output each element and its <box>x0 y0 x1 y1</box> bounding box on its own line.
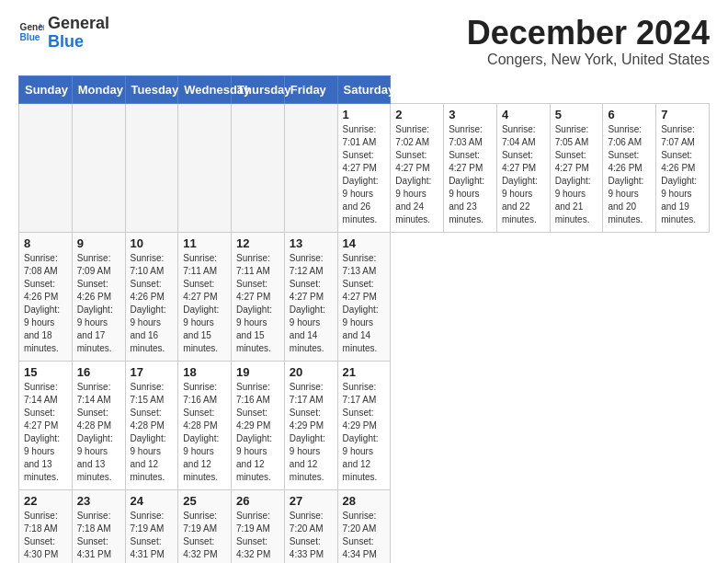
day-info: Sunrise: 7:07 AMSunset: 4:26 PMDaylight:… <box>661 124 697 224</box>
day-info: Sunrise: 7:11 AMSunset: 4:27 PMDaylight:… <box>183 253 219 353</box>
day-info: Sunrise: 7:17 AMSunset: 4:29 PMDaylight:… <box>343 382 379 482</box>
calendar-cell: 2 Sunrise: 7:02 AMSunset: 4:27 PMDayligh… <box>391 103 444 232</box>
day-header-tuesday: Tuesday <box>125 75 178 103</box>
calendar-cell: 10 Sunrise: 7:10 AMSunset: 4:26 PMDaylig… <box>125 232 178 361</box>
day-header-monday: Monday <box>72 75 125 103</box>
day-info: Sunrise: 7:01 AMSunset: 4:27 PMDaylight:… <box>343 124 379 224</box>
calendar-cell: 19 Sunrise: 7:16 AMSunset: 4:29 PMDaylig… <box>232 361 285 489</box>
day-info: Sunrise: 7:14 AMSunset: 4:28 PMDaylight:… <box>77 382 113 482</box>
calendar-week-4: 22 Sunrise: 7:18 AMSunset: 4:30 PMDaylig… <box>19 489 710 563</box>
day-info: Sunrise: 7:05 AMSunset: 4:27 PMDaylight:… <box>555 124 591 224</box>
day-number: 20 <box>290 365 333 379</box>
logo-text: General Blue <box>48 15 109 52</box>
day-header-sunday: Sunday <box>19 75 73 103</box>
day-header-friday: Friday <box>284 75 337 103</box>
calendar-cell <box>284 103 337 232</box>
calendar-cell: 12 Sunrise: 7:11 AMSunset: 4:27 PMDaylig… <box>232 232 285 361</box>
day-number: 12 <box>236 236 279 250</box>
day-header-thursday: Thursday <box>232 75 285 103</box>
calendar-cell: 24 Sunrise: 7:19 AMSunset: 4:31 PMDaylig… <box>125 489 178 563</box>
day-number: 14 <box>343 236 386 250</box>
day-info: Sunrise: 7:17 AMSunset: 4:29 PMDaylight:… <box>290 382 325 482</box>
calendar-cell: 15 Sunrise: 7:14 AMSunset: 4:27 PMDaylig… <box>19 361 73 489</box>
day-number: 6 <box>608 108 651 121</box>
day-number: 24 <box>131 494 174 508</box>
calendar-cell: 16 Sunrise: 7:14 AMSunset: 4:28 PMDaylig… <box>72 361 125 489</box>
day-number: 27 <box>290 494 333 508</box>
day-number: 15 <box>24 365 67 379</box>
day-info: Sunrise: 7:19 AMSunset: 4:31 PMDaylight:… <box>131 511 166 563</box>
day-number: 3 <box>449 108 492 121</box>
calendar-cell: 20 Sunrise: 7:17 AMSunset: 4:29 PMDaylig… <box>284 361 337 489</box>
day-info: Sunrise: 7:06 AMSunset: 4:26 PMDaylight:… <box>608 124 643 224</box>
day-header-wednesday: Wednesday <box>178 75 232 103</box>
day-number: 11 <box>183 236 226 250</box>
calendar-cell: 17 Sunrise: 7:15 AMSunset: 4:28 PMDaylig… <box>125 361 178 489</box>
day-number: 1 <box>343 108 386 121</box>
calendar-week-2: 8 Sunrise: 7:08 AMSunset: 4:26 PMDayligh… <box>19 232 710 361</box>
month-title: December 2024 <box>467 15 710 52</box>
day-number: 22 <box>24 494 67 508</box>
day-number: 9 <box>77 236 120 250</box>
day-info: Sunrise: 7:04 AMSunset: 4:27 PMDaylight:… <box>502 124 538 224</box>
day-number: 4 <box>502 108 545 121</box>
calendar-cell: 11 Sunrise: 7:11 AMSunset: 4:27 PMDaylig… <box>178 232 232 361</box>
header: General Blue General Blue December 2024 … <box>18 15 710 68</box>
calendar-cell: 27 Sunrise: 7:20 AMSunset: 4:33 PMDaylig… <box>284 489 337 563</box>
day-info: Sunrise: 7:10 AMSunset: 4:26 PMDaylight:… <box>131 253 166 353</box>
calendar-cell: 22 Sunrise: 7:18 AMSunset: 4:30 PMDaylig… <box>19 489 73 563</box>
day-number: 23 <box>77 494 120 508</box>
calendar-cell: 8 Sunrise: 7:08 AMSunset: 4:26 PMDayligh… <box>19 232 73 361</box>
day-info: Sunrise: 7:20 AMSunset: 4:33 PMDaylight:… <box>290 511 325 563</box>
day-info: Sunrise: 7:19 AMSunset: 4:32 PMDaylight:… <box>236 511 272 563</box>
day-number: 28 <box>343 494 386 508</box>
day-info: Sunrise: 7:18 AMSunset: 4:31 PMDaylight:… <box>77 511 113 563</box>
calendar-cell: 3 Sunrise: 7:03 AMSunset: 4:27 PMDayligh… <box>444 103 497 232</box>
day-info: Sunrise: 7:16 AMSunset: 4:28 PMDaylight:… <box>183 382 219 482</box>
day-number: 26 <box>236 494 279 508</box>
calendar-cell <box>232 103 285 232</box>
calendar-cell: 21 Sunrise: 7:17 AMSunset: 4:29 PMDaylig… <box>337 361 391 489</box>
day-number: 16 <box>77 365 120 379</box>
calendar-cell <box>19 103 73 232</box>
logo-icon: General Blue <box>18 20 44 46</box>
day-number: 18 <box>183 365 226 379</box>
calendar-cell: 1 Sunrise: 7:01 AMSunset: 4:27 PMDayligh… <box>337 103 391 232</box>
calendar-cell <box>125 103 178 232</box>
calendar-cell: 6 Sunrise: 7:06 AMSunset: 4:26 PMDayligh… <box>603 103 656 232</box>
day-info: Sunrise: 7:19 AMSunset: 4:32 PMDaylight:… <box>183 511 219 563</box>
calendar-cell: 28 Sunrise: 7:20 AMSunset: 4:34 PMDaylig… <box>337 489 391 563</box>
calendar-cell: 14 Sunrise: 7:13 AMSunset: 4:27 PMDaylig… <box>337 232 391 361</box>
calendar-cell: 7 Sunrise: 7:07 AMSunset: 4:26 PMDayligh… <box>656 103 710 232</box>
calendar-week-3: 15 Sunrise: 7:14 AMSunset: 4:27 PMDaylig… <box>19 361 710 489</box>
day-number: 21 <box>343 365 386 379</box>
calendar-cell: 13 Sunrise: 7:12 AMSunset: 4:27 PMDaylig… <box>284 232 337 361</box>
day-info: Sunrise: 7:08 AMSunset: 4:26 PMDaylight:… <box>24 253 60 353</box>
day-number: 25 <box>183 494 226 508</box>
logo-blue: Blue <box>48 32 84 51</box>
day-number: 13 <box>290 236 333 250</box>
day-number: 7 <box>661 108 704 121</box>
day-info: Sunrise: 7:14 AMSunset: 4:27 PMDaylight:… <box>24 382 60 482</box>
day-info: Sunrise: 7:02 AMSunset: 4:27 PMDaylight:… <box>395 124 431 224</box>
location: Congers, New York, United States <box>467 52 710 68</box>
calendar-header-row: SundayMondayTuesdayWednesdayThursdayFrid… <box>19 75 710 103</box>
calendar-cell: 4 Sunrise: 7:04 AMSunset: 4:27 PMDayligh… <box>496 103 550 232</box>
logo: General Blue General Blue <box>18 15 109 52</box>
day-info: Sunrise: 7:11 AMSunset: 4:27 PMDaylight:… <box>236 253 272 353</box>
calendar-cell: 25 Sunrise: 7:19 AMSunset: 4:32 PMDaylig… <box>178 489 232 563</box>
day-number: 8 <box>24 236 67 250</box>
calendar: SundayMondayTuesdayWednesdayThursdayFrid… <box>18 75 710 563</box>
calendar-week-1: 1 Sunrise: 7:01 AMSunset: 4:27 PMDayligh… <box>19 103 710 232</box>
day-info: Sunrise: 7:16 AMSunset: 4:29 PMDaylight:… <box>236 382 272 482</box>
day-number: 17 <box>131 365 174 379</box>
day-number: 10 <box>131 236 174 250</box>
svg-text:Blue: Blue <box>20 32 40 42</box>
svg-text:General: General <box>20 22 44 32</box>
calendar-cell <box>72 103 125 232</box>
day-number: 2 <box>395 108 438 121</box>
calendar-cell: 26 Sunrise: 7:19 AMSunset: 4:32 PMDaylig… <box>232 489 285 563</box>
day-info: Sunrise: 7:18 AMSunset: 4:30 PMDaylight:… <box>24 511 60 563</box>
day-number: 5 <box>555 108 598 121</box>
day-header-saturday: Saturday <box>337 75 391 103</box>
